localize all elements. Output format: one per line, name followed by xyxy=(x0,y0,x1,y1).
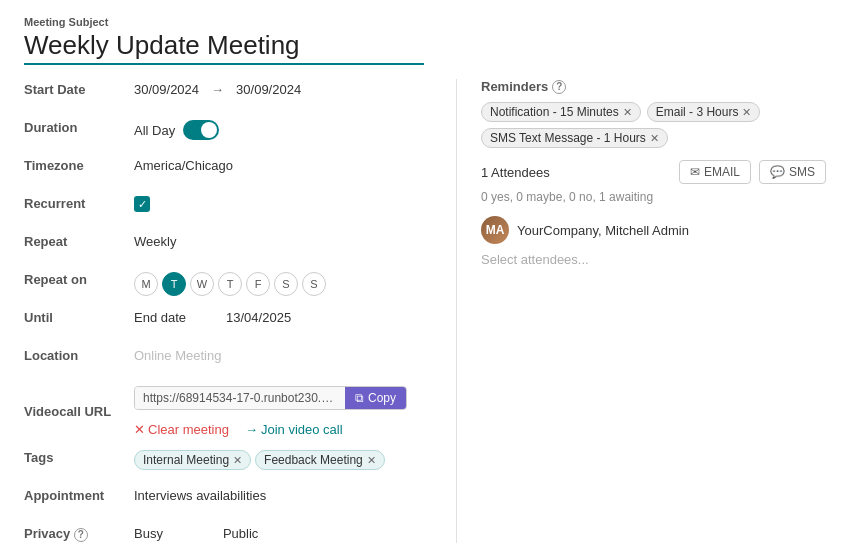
tags-label: Tags xyxy=(24,447,134,465)
meeting-subject-label: Meeting Subject xyxy=(24,16,826,28)
appointment-value[interactable]: Interviews availabilities xyxy=(134,488,266,503)
join-video-label: Join video call xyxy=(261,422,343,437)
timezone-label: Timezone xyxy=(24,155,134,173)
email-icon: ✉ xyxy=(690,165,700,179)
location-label: Location xyxy=(24,345,134,363)
sms-btn-label: SMS xyxy=(789,165,815,179)
videocall-actions: ✕ Clear meeting → Join video call xyxy=(134,422,343,437)
join-arrow-icon: → xyxy=(245,422,258,437)
videocall-label: Videocall URL xyxy=(24,401,134,419)
attendee-name: YourCompany, Mitchell Admin xyxy=(517,223,689,238)
day-sun[interactable]: S xyxy=(302,272,326,296)
reminder-email[interactable]: Email - 3 Hours ✕ xyxy=(647,102,761,122)
attendee-row: MA YourCompany, Mitchell Admin xyxy=(481,212,826,248)
until-type[interactable]: End date xyxy=(134,310,186,325)
sms-button[interactable]: 💬 SMS xyxy=(759,160,826,184)
tag1-label: Internal Meeting xyxy=(143,453,229,467)
duration-label: Duration xyxy=(24,117,134,135)
videocall-url-text: https://68914534-17-0.runbot230.odoo.com… xyxy=(135,387,345,409)
privacy-visibility[interactable]: Public xyxy=(223,526,258,541)
privacy-value[interactable]: Busy xyxy=(134,526,163,541)
privacy-label: Privacy ? xyxy=(24,523,134,542)
until-date[interactable]: 13/04/2025 xyxy=(226,310,291,325)
duration-value: All Day xyxy=(134,123,175,138)
copy-icon: ⧉ xyxy=(355,391,364,405)
join-video-link[interactable]: → Join video call xyxy=(245,422,343,437)
copy-label: Copy xyxy=(368,391,396,405)
email-button[interactable]: ✉ EMAIL xyxy=(679,160,751,184)
reminder-notification[interactable]: Notification - 15 Minutes ✕ xyxy=(481,102,641,122)
day-thu[interactable]: T xyxy=(218,272,242,296)
reminders-list: Notification - 15 Minutes ✕ Email - 3 Ho… xyxy=(481,102,826,148)
all-day-toggle[interactable] xyxy=(183,120,219,140)
clear-meeting-link[interactable]: ✕ Clear meeting xyxy=(134,422,229,437)
repeat-value[interactable]: Weekly xyxy=(134,234,176,249)
recurrent-checkbox[interactable] xyxy=(134,196,150,212)
reminder-notification-label: Notification - 15 Minutes xyxy=(490,105,619,119)
sms-icon: 💬 xyxy=(770,165,785,179)
location-input[interactable]: Online Meeting xyxy=(134,348,221,363)
timezone-value[interactable]: America/Chicago xyxy=(134,158,233,173)
reminder-sms-label: SMS Text Message - 1 Hours xyxy=(490,131,646,145)
reminders-label: Reminders xyxy=(481,79,548,94)
day-mon[interactable]: M xyxy=(134,272,158,296)
reminder-sms-remove[interactable]: ✕ xyxy=(650,132,659,145)
day-sat[interactable]: S xyxy=(274,272,298,296)
start-date-value[interactable]: 30/09/2024 xyxy=(134,82,199,97)
appointment-label: Appointment xyxy=(24,485,134,503)
day-wed[interactable]: W xyxy=(190,272,214,296)
reminders-help-icon[interactable]: ? xyxy=(552,80,566,94)
reminder-email-label: Email - 3 Hours xyxy=(656,105,739,119)
privacy-help-icon[interactable]: ? xyxy=(74,528,88,542)
tag-internal-meeting[interactable]: Internal Meeting ✕ xyxy=(134,450,251,470)
until-label: Until xyxy=(24,307,134,325)
attendees-count: 1 Attendees xyxy=(481,165,550,180)
reminder-notification-remove[interactable]: ✕ xyxy=(623,106,632,119)
start-date-label: Start Date xyxy=(24,79,134,97)
reminder-email-remove[interactable]: ✕ xyxy=(742,106,751,119)
attendees-header: 1 Attendees ✉ EMAIL 💬 SMS xyxy=(481,160,826,184)
select-attendees-input[interactable]: Select attendees... xyxy=(481,248,826,271)
email-btn-label: EMAIL xyxy=(704,165,740,179)
day-tue[interactable]: T xyxy=(162,272,186,296)
repeat-on-label: Repeat on xyxy=(24,269,134,287)
clear-meeting-label: Clear meeting xyxy=(148,422,229,437)
end-date-value[interactable]: 30/09/2024 xyxy=(236,82,301,97)
meeting-title-input[interactable] xyxy=(24,30,424,65)
repeat-label: Repeat xyxy=(24,231,134,249)
reminders-section-label: Reminders ? xyxy=(481,79,826,94)
attendee-avatar: MA xyxy=(481,216,509,244)
tag2-label: Feedback Meeting xyxy=(264,453,363,467)
attendees-actions: ✉ EMAIL 💬 SMS xyxy=(679,160,826,184)
copy-button[interactable]: ⧉ Copy xyxy=(345,387,406,409)
days-row: M T W T F S S xyxy=(134,272,326,296)
tag-feedback-meeting[interactable]: Feedback Meeting ✕ xyxy=(255,450,385,470)
clear-icon: ✕ xyxy=(134,422,145,437)
attendees-status: 0 yes, 0 maybe, 0 no, 1 awaiting xyxy=(481,190,826,204)
reminder-sms[interactable]: SMS Text Message - 1 Hours ✕ xyxy=(481,128,668,148)
videocall-url-field: https://68914534-17-0.runbot230.odoo.com… xyxy=(134,386,407,410)
recurrent-label: Recurrent xyxy=(24,193,134,211)
tag2-remove-icon[interactable]: ✕ xyxy=(367,454,376,467)
date-arrow: → xyxy=(211,82,224,97)
day-fri[interactable]: F xyxy=(246,272,270,296)
tag1-remove-icon[interactable]: ✕ xyxy=(233,454,242,467)
